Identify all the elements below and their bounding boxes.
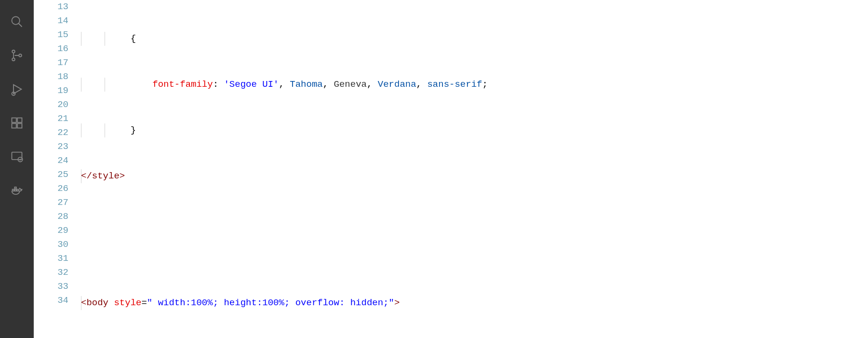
code-line: font-family: 'Segoe UI', Tahoma, Geneva,…: [81, 78, 868, 92]
code-token: =: [141, 297, 147, 308]
svg-rect-8: [12, 123, 16, 128]
code-token: body: [86, 297, 108, 308]
line-number-gutter: 1314151617181920212223242526272829303132…: [34, 0, 81, 338]
code-token: 'Segoe UI': [224, 79, 279, 90]
code-area[interactable]: { font-family: 'Segoe UI', Tahoma, Genev…: [81, 0, 868, 338]
search-icon[interactable]: [0, 5, 34, 39]
run-debug-icon[interactable]: [0, 72, 34, 106]
code-line: [81, 215, 868, 229]
code-token: {: [131, 33, 136, 44]
docker-icon[interactable]: [0, 174, 34, 207]
line-number: 29: [34, 224, 81, 238]
extensions-icon[interactable]: [0, 106, 34, 140]
line-number: 27: [34, 196, 81, 210]
line-number: 21: [34, 112, 81, 126]
code-token: Geneva: [334, 79, 367, 90]
code-token: style: [114, 297, 141, 308]
line-number: 16: [34, 42, 81, 56]
line-number: 26: [34, 182, 81, 196]
line-number: 20: [34, 98, 81, 112]
svg-rect-16: [14, 187, 16, 189]
svg-point-0: [12, 17, 20, 25]
svg-rect-10: [17, 118, 22, 122]
line-number: 24: [34, 154, 81, 168]
code-token: <: [81, 297, 86, 308]
code-token: ;: [482, 79, 487, 90]
svg-line-1: [19, 24, 22, 27]
line-number: 30: [34, 238, 81, 252]
line-number: 13: [34, 0, 81, 14]
line-number: 17: [34, 56, 81, 70]
line-number: 25: [34, 168, 81, 182]
line-number: 33: [34, 280, 81, 294]
line-number: 32: [34, 266, 81, 280]
code-token: sans-serif: [427, 79, 482, 90]
editor-pane: 1314151617181920212223242526272829303132…: [34, 0, 868, 338]
svg-point-2: [12, 50, 15, 53]
code-token: >: [120, 171, 125, 181]
code-token: Tahoma: [290, 79, 322, 90]
svg-point-4: [19, 54, 22, 57]
line-number: 34: [34, 294, 81, 308]
code-token: :: [213, 79, 218, 90]
source-control-icon[interactable]: [0, 39, 34, 72]
code-token: </: [81, 171, 92, 181]
code-token: font-family: [152, 79, 213, 90]
line-number: 31: [34, 252, 81, 266]
svg-point-3: [12, 58, 15, 61]
line-number: 19: [34, 84, 81, 98]
code-line: <body style=" width:100%; height:100%; o…: [81, 296, 868, 310]
code-line: </style>: [81, 169, 868, 183]
code-token: " width:100%; height:100%; overflow: hid…: [147, 297, 394, 308]
code-line: {: [81, 32, 868, 46]
code-token: Verdana: [378, 79, 416, 90]
code-token: }: [131, 125, 136, 135]
code-line: }: [81, 123, 868, 137]
line-number: 18: [34, 70, 81, 84]
code-line: [81, 250, 868, 264]
line-number: 14: [34, 14, 81, 28]
line-number: 28: [34, 210, 81, 224]
svg-rect-11: [12, 152, 22, 160]
activity-bar: [0, 0, 34, 338]
svg-rect-9: [17, 123, 22, 128]
line-number: 15: [34, 28, 81, 42]
line-number: 22: [34, 126, 81, 140]
line-number: 23: [34, 140, 81, 154]
code-token: style: [92, 171, 120, 181]
svg-rect-7: [12, 118, 16, 122]
remote-explorer-icon[interactable]: [0, 140, 34, 174]
code-token: >: [394, 297, 400, 308]
